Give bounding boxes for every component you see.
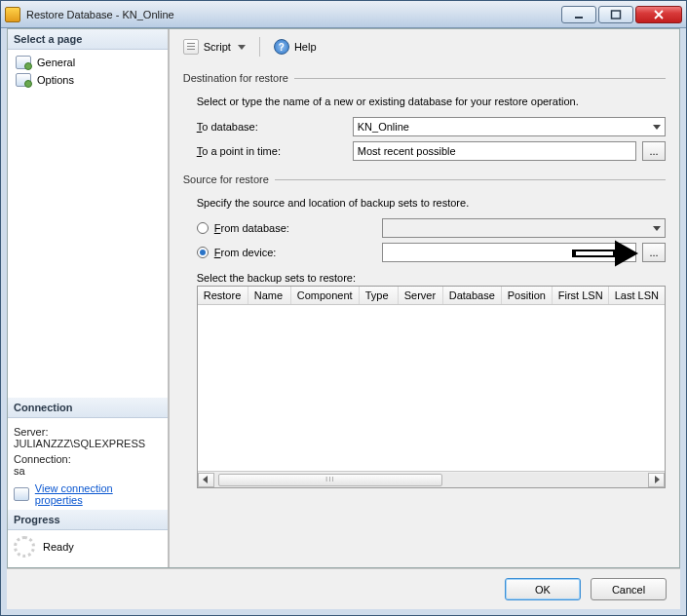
chevron-down-icon: [653, 226, 661, 231]
destination-description: Select or type the name of a new or exis…: [197, 96, 666, 107]
page-icon: [16, 56, 31, 69]
app-icon: [5, 7, 20, 22]
source-group: Source for restore Specify the source an…: [183, 173, 666, 488]
help-icon: [274, 39, 289, 55]
grid-col-position[interactable]: Position: [502, 287, 553, 304]
scroll-left-button[interactable]: [198, 473, 214, 487]
server-label: Server:: [14, 426, 162, 438]
from-database-radio[interactable]: [197, 222, 209, 234]
grid-body: [198, 305, 665, 471]
scroll-thumb[interactable]: [218, 474, 442, 486]
titlebar[interactable]: Restore Database - KN_Online: [1, 1, 686, 28]
page-options[interactable]: Options: [12, 71, 164, 89]
destination-legend: Destination for restore: [183, 72, 294, 84]
from-device-radio[interactable]: [197, 247, 209, 258]
grid-col-server[interactable]: Server: [399, 287, 443, 304]
right-panel: Script Help Destination for restore Sele…: [170, 29, 679, 567]
page-general[interactable]: General: [12, 54, 164, 71]
destination-group: Destination for restore Select or type t…: [183, 72, 666, 166]
from-device-field[interactable]: [382, 243, 636, 262]
grid-horizontal-scrollbar[interactable]: [198, 471, 665, 487]
cancel-button[interactable]: Cancel: [591, 578, 667, 600]
select-page-header: Select a page: [8, 29, 168, 50]
connection-label: Connection:: [14, 453, 162, 465]
close-button[interactable]: [635, 6, 682, 23]
chevron-down-icon[interactable]: [238, 45, 246, 50]
page-label: Options: [37, 74, 74, 86]
progress-spinner-icon: [14, 536, 35, 558]
grid-header-row: Restore Name Component Type Server Datab…: [198, 287, 665, 305]
to-point-in-time-value: Most recent possible: [358, 145, 456, 157]
backup-sets-grid[interactable]: Restore Name Component Type Server Datab…: [197, 286, 666, 488]
to-database-label: To database:: [197, 121, 353, 133]
to-database-value: KN_Online: [358, 121, 409, 133]
from-device-browse-button[interactable]: ...: [642, 243, 666, 262]
dialog-footer: OK Cancel: [7, 568, 680, 609]
progress-status: Ready: [43, 541, 74, 553]
source-legend: Source for restore: [183, 173, 275, 185]
ok-button[interactable]: OK: [505, 578, 581, 600]
page-icon: [16, 73, 31, 87]
grid-col-last-lsn[interactable]: Last LSN: [609, 287, 665, 304]
server-value: JULIANZZZ\SQLEXPRESS: [14, 438, 162, 449]
svg-rect-1: [612, 11, 621, 19]
progress-header: Progress: [8, 510, 168, 530]
view-connection-properties-link[interactable]: View connection properties: [35, 482, 162, 506]
toolbar: Script Help: [170, 29, 679, 64]
scroll-right-button[interactable]: [648, 473, 665, 487]
grid-col-database[interactable]: Database: [443, 287, 502, 304]
page-label: General: [37, 57, 75, 68]
to-point-in-time-browse-button[interactable]: ...: [642, 141, 666, 161]
help-button[interactable]: Help: [270, 37, 321, 57]
connection-value: sa: [14, 465, 162, 477]
backup-sets-grid-label: Select the backup sets to restore:: [197, 272, 666, 284]
source-description: Specify the source and location of backu…: [197, 197, 666, 209]
grid-col-name[interactable]: Name: [248, 287, 291, 304]
connection-header: Connection: [8, 398, 168, 418]
scroll-track[interactable]: [214, 473, 648, 487]
grid-col-component[interactable]: Component: [291, 287, 360, 304]
grid-col-restore[interactable]: Restore: [198, 287, 248, 304]
minimize-button[interactable]: [561, 6, 596, 23]
to-point-in-time-field[interactable]: Most recent possible: [353, 141, 636, 161]
script-icon: [183, 39, 199, 55]
from-database-option[interactable]: From database:: [197, 222, 382, 234]
svg-rect-0: [575, 17, 583, 19]
maximize-button[interactable]: [598, 6, 633, 23]
from-device-option[interactable]: From device:: [197, 247, 382, 258]
script-button[interactable]: Script: [179, 37, 249, 57]
left-panel: Select a page General Options Connection…: [8, 29, 170, 567]
script-label: Script: [204, 41, 231, 53]
connection-props-icon: [14, 487, 29, 501]
window-title: Restore Database - KN_Online: [26, 9, 561, 20]
from-database-combo: [382, 218, 666, 238]
grid-col-first-lsn[interactable]: First LSN: [553, 287, 609, 304]
to-point-in-time-label: To a point in time:: [197, 145, 353, 157]
grid-col-type[interactable]: Type: [360, 287, 399, 304]
to-database-combo[interactable]: KN_Online: [353, 117, 666, 136]
toolbar-separator: [259, 37, 260, 57]
help-label: Help: [294, 41, 317, 53]
chevron-down-icon: [653, 125, 661, 130]
restore-database-dialog: Restore Database - KN_Online Select a pa…: [0, 0, 687, 616]
